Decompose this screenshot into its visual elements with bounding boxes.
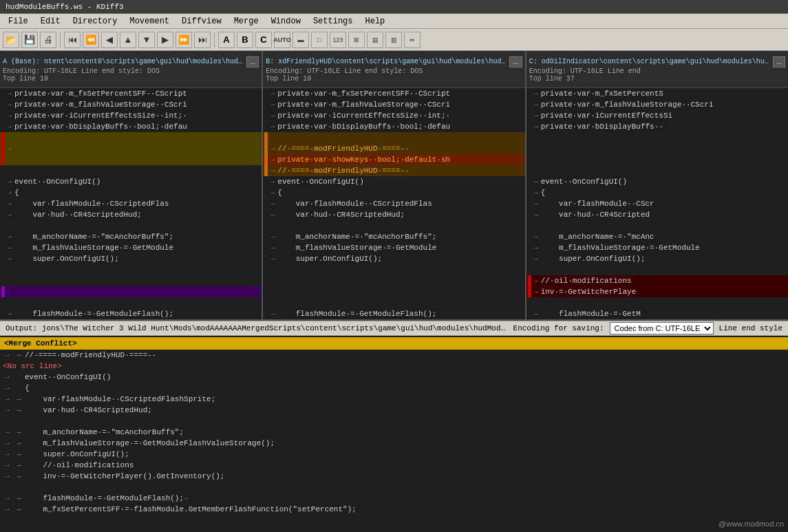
- output-line-12: [0, 482, 788, 493]
- code-line-b3: → private·var·iCurrentEffectsSize··int;·: [263, 110, 524, 121]
- last-diff-button[interactable]: ⏭: [194, 32, 211, 48]
- pane-b-browse-button[interactable]: ...: [509, 56, 522, 67]
- titlebar: hudModuleBuffs.ws - KDiff3: [0, 0, 788, 14]
- first-diff-button[interactable]: ⏮: [64, 32, 81, 48]
- code-line-c4: → private·var·bDisplayBuffs··: [526, 121, 788, 132]
- menu-diffview[interactable]: Diffview: [176, 15, 227, 28]
- up-button[interactable]: ▲: [120, 32, 136, 48]
- pane-a-path: A (Base): ntent\content0\scripts\game\gu…: [3, 58, 244, 65]
- code-line-b12: → var·hud··CR4ScriptedHud;: [263, 209, 524, 220]
- code-line-a14: → m_anchorName·=·"mcAnchorBuffs";: [0, 231, 262, 242]
- next-diff-button[interactable]: ▶: [157, 32, 173, 48]
- pane-b-path: B: xdFriendlyHUD\content\scripts\game\gu…: [266, 58, 507, 65]
- code-line-a5: [0, 132, 262, 143]
- code-line-b15: → m_flashValueStorage·=·GetModule: [263, 242, 524, 253]
- next-conflict-button[interactable]: ⏩: [175, 32, 192, 48]
- toggle2-button[interactable]: □: [311, 32, 328, 48]
- sync-button[interactable]: ⇔: [404, 32, 420, 48]
- menu-help[interactable]: Help: [360, 15, 391, 28]
- open-button[interactable]: 📂: [3, 32, 19, 48]
- watermark: @www.modmod.cn: [718, 520, 784, 528]
- split-h-button[interactable]: ▤: [367, 32, 383, 48]
- code-line-b9: → event··OnConfigUI(): [263, 176, 524, 187]
- code-line-c14: → m_anchorName·=·"mcAnc: [526, 231, 788, 242]
- auto-button[interactable]: AUTO: [274, 32, 290, 48]
- code-line-b6: → //·====·modFriendlyHUD·====--: [263, 143, 524, 154]
- code-line-b14: → m_anchorName·=·"mcAnchorBuffs";: [263, 231, 524, 242]
- output-line-7: → → m_anchorName·=·"mcAnchorBuffs";: [0, 427, 788, 438]
- label-c-button[interactable]: C: [255, 32, 272, 48]
- menu-directory[interactable]: Directory: [67, 15, 123, 28]
- label-a-button[interactable]: A: [218, 32, 235, 48]
- code-line-c16: → super.OnConfigUI();: [526, 253, 788, 264]
- menu-file[interactable]: File: [3, 15, 34, 28]
- print-button[interactable]: 🖨: [40, 32, 56, 48]
- encoding-for-saving-label: Encoding for saving:: [513, 324, 604, 332]
- code-line-c11: → var·flashModule··CScr: [526, 198, 788, 209]
- pane-c-topline: Top line 37: [529, 75, 785, 83]
- toolbar: 📂 💾 🖨 ⏮ ⏪ ◀ ▲ ▼ ▶ ⏩ ⏭ A B C AUTO ▬ □ 123…: [0, 29, 788, 51]
- pane-b: B: xdFriendlyHUD\content\scripts\game\gu…: [263, 51, 526, 319]
- pane-c-browse-button[interactable]: ...: [773, 56, 785, 67]
- pane-b-topline: Top line 10: [266, 75, 522, 83]
- merge-grid-button[interactable]: ⊞: [348, 32, 365, 48]
- save-button[interactable]: 💾: [21, 32, 38, 48]
- output-line-4: → → var·flashModule··CScriptedFlashSprit…: [0, 394, 788, 405]
- pane-a-browse-button[interactable]: ...: [246, 56, 259, 67]
- menubar: File Edit Directory Movement Diffview Me…: [0, 14, 788, 29]
- code-line-a10: → {: [0, 187, 262, 198]
- split-v-button[interactable]: ▥: [385, 32, 402, 48]
- code-line-a18: [0, 275, 262, 286]
- title-text: hudModuleBuffs.ws - KDiff3: [6, 3, 124, 11]
- code-line-c9: → event··OnConfigUI(): [526, 176, 788, 187]
- pane-c-content[interactable]: → private·var·m_fxSetPercentS → private·…: [526, 88, 788, 319]
- code-line-c13: [526, 220, 788, 231]
- code-line-a4: → private·var·bDisplayBuffs··bool;·defau: [0, 121, 262, 132]
- pane-c-path: C: odOilIndicator\content\scripts\game\g…: [529, 58, 770, 65]
- menu-window[interactable]: Window: [266, 15, 306, 28]
- output-content[interactable]: <Merge Conflict> → → //·====·modFriendly…: [0, 336, 788, 532]
- label-b-button[interactable]: B: [237, 32, 253, 48]
- down-button[interactable]: ▼: [138, 32, 155, 48]
- code-line-a19: [0, 286, 262, 297]
- code-line-c2: → private·var·m_flashValueStorage··CScri: [526, 99, 788, 110]
- code-line-b8: → //·====·modFriendlyHUD·====--: [263, 165, 524, 176]
- code-line-b7: → private·var·showKeys··bool;·default·sh: [263, 154, 524, 165]
- sep2: [214, 32, 215, 47]
- code-line-c1: → private·var·m_fxSetPercentS: [526, 88, 788, 99]
- prev-diff-button[interactable]: ◀: [101, 32, 118, 48]
- pane-a-topline: Top line 10: [3, 75, 259, 83]
- sep1: [60, 32, 61, 47]
- code-line-a13: [0, 220, 262, 231]
- menu-settings[interactable]: Settings: [308, 15, 359, 28]
- output-line-5: → → var·hud··CR4ScriptedHud;: [0, 405, 788, 416]
- pane-c: C: odOilIndicator\content\scripts\game\g…: [526, 51, 788, 319]
- output-line-8: → → m_flashValueStorage·=·GetModuleFlash…: [0, 438, 788, 449]
- pane-b-content[interactable]: → private·var·m_fxSetPercentSFF··CScript…: [263, 88, 524, 319]
- pane-c-encoding: Encoding: UTF-16LE Line end: [529, 67, 785, 75]
- prev-conflict-button[interactable]: ⏪: [83, 32, 99, 48]
- line-num-button[interactable]: 123: [330, 32, 346, 48]
- pane-a-header: A (Base): ntent\content0\scripts\game\gu…: [0, 51, 262, 88]
- code-line-c5: [526, 132, 788, 143]
- code-line-c19: → inv·=·GetWitcherPlaye: [526, 286, 788, 297]
- output-line-13: → → flashModule·=·GetModuleFlash(); →: [0, 493, 788, 504]
- code-line-a2: → private·var·m_flashValueStorage··CScri: [0, 99, 262, 110]
- code-line-b2: → private·var·m_flashValueStorage··CScri: [263, 99, 524, 110]
- code-line-b20: [263, 297, 524, 308]
- code-line-b19: [263, 286, 524, 297]
- encoding-select[interactable]: Codec from C: UTF-16LE: [610, 322, 714, 334]
- menu-edit[interactable]: Edit: [35, 15, 66, 28]
- code-line-b1: → private·var·m_fxSetPercentSFF··CScript: [263, 88, 524, 99]
- pane-a-content[interactable]: → private·var·m_fxSetPercentSFF··CScript…: [0, 88, 262, 319]
- menu-movement[interactable]: Movement: [124, 15, 175, 28]
- pane-b-header: B: xdFriendlyHUD\content\scripts\game\gu…: [263, 51, 524, 88]
- code-line-a8: [0, 165, 262, 176]
- menu-merge[interactable]: Merge: [228, 15, 264, 28]
- pane-c-header: C: odOilIndicator\content\scripts\game\g…: [526, 51, 788, 88]
- code-line-a21: → flashModule·=·GetModuleFlash();: [0, 308, 262, 319]
- pane-b-encoding: Encoding: UTF-16LE Line end style: DOS: [266, 67, 522, 75]
- pane-a-encoding: Encoding: UTF-16LE Line end style: DOS: [3, 67, 259, 75]
- output-line-2: → event··OnConfigUI(): [0, 372, 788, 383]
- toggle1-button[interactable]: ▬: [292, 32, 309, 48]
